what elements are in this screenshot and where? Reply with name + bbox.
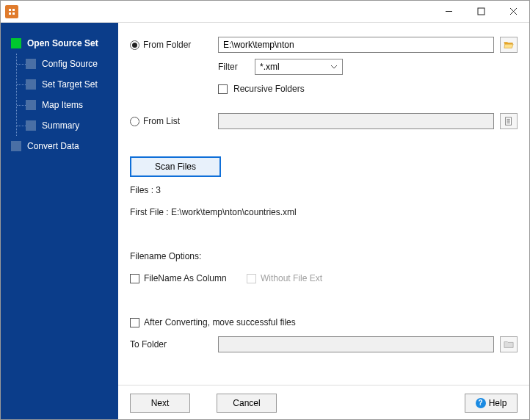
files-count-label: Files : 3 (130, 185, 161, 195)
sidebar-item-label: Open Source Set (27, 38, 98, 48)
next-button[interactable]: Next (130, 394, 190, 413)
minimize-button[interactable] (432, 1, 465, 23)
scan-files-button[interactable]: Scan Files (130, 156, 221, 177)
to-folder-input (218, 336, 494, 352)
recursive-folders-checkbox[interactable] (218, 84, 228, 94)
sidebar-item-map-items[interactable]: Map Items (17, 95, 118, 115)
maximize-button[interactable] (465, 1, 497, 23)
sidebar-item-convert-data[interactable]: Convert Data (7, 136, 118, 156)
sidebar-item-label: Map Items (42, 100, 83, 110)
filename-options-heading: Filename Options: (130, 251, 201, 261)
sidebar-item-summary[interactable]: Summary (17, 115, 118, 136)
folder-icon (504, 339, 514, 350)
svg-rect-1 (506, 117, 512, 126)
step-marker-icon (26, 79, 36, 90)
sidebar-item-label: Summary (42, 120, 79, 131)
first-file-label: First File : E:\work\temp\nton\countries… (130, 207, 297, 217)
from-list-radio[interactable] (130, 117, 139, 126)
step-marker-icon (26, 120, 36, 131)
document-icon (504, 116, 514, 126)
from-folder-label: From Folder (143, 40, 191, 50)
without-file-ext-checkbox (247, 274, 256, 283)
help-button[interactable]: ? Help (465, 394, 518, 413)
after-converting-label: After Converting, move successful files (144, 317, 296, 327)
filter-value: *.xml (260, 62, 280, 72)
filename-as-column-checkbox[interactable] (130, 274, 139, 283)
browse-folder-button[interactable] (500, 37, 518, 53)
sidebar-item-label: Convert Data (27, 141, 79, 151)
sidebar-item-config-source[interactable]: Config Source (17, 54, 118, 74)
app-icon (5, 5, 18, 18)
sidebar-item-label: Set Target Set (42, 79, 98, 90)
cancel-button[interactable]: Cancel (217, 394, 277, 413)
from-folder-radio[interactable] (130, 40, 139, 50)
recursive-folders-label: Recursive Folders (233, 84, 305, 94)
from-list-input (218, 113, 494, 129)
sidebar-item-set-target-set[interactable]: Set Target Set (17, 74, 118, 95)
from-list-label: From List (143, 116, 180, 126)
browse-to-folder-button[interactable] (500, 336, 518, 352)
filter-label: Filter (218, 62, 249, 72)
step-marker-icon (26, 100, 36, 110)
chevron-down-icon (329, 59, 339, 74)
filter-combo[interactable]: *.xml (255, 59, 343, 75)
titlebar (1, 1, 529, 23)
step-marker-icon (11, 38, 21, 48)
filename-as-column-label: FileName As Column (144, 273, 247, 283)
close-button[interactable] (497, 1, 529, 23)
browse-list-button[interactable] (500, 113, 518, 129)
folder-path-input[interactable] (218, 37, 494, 53)
sidebar-item-open-source-set[interactable]: Open Source Set (7, 33, 118, 54)
help-icon: ? (476, 398, 486, 408)
step-marker-icon (26, 59, 36, 69)
sidebar-item-label: Config Source (42, 59, 98, 69)
wizard-button-bar: Next Cancel ? Help (118, 385, 529, 420)
step-marker-icon (11, 141, 21, 151)
svg-rect-0 (478, 8, 484, 15)
without-file-ext-label: Without File Ext (261, 273, 322, 283)
after-converting-checkbox[interactable] (130, 318, 139, 327)
main-panel: From Folder Filter *.xml (118, 23, 529, 420)
to-folder-label: To Folder (130, 339, 167, 350)
wizard-sidebar: Open Source Set Config Source Set Target… (1, 23, 118, 420)
folder-open-icon (504, 40, 514, 50)
